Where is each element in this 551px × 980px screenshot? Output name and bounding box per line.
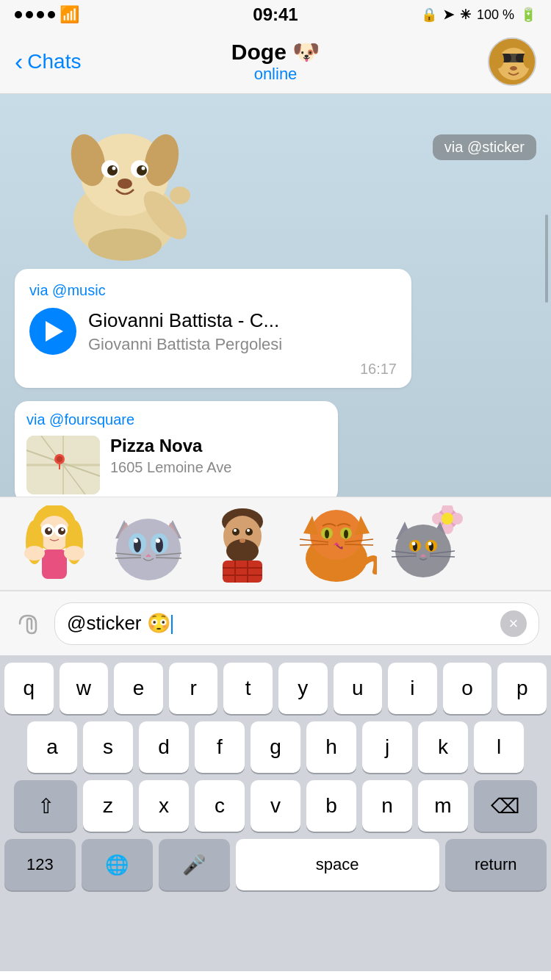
location-icon: ➤ — [443, 7, 454, 23]
svg-point-65 — [247, 529, 250, 532]
keyboard-row-1: q w e r t y u i o p — [4, 663, 547, 714]
numbers-key[interactable]: 123 — [4, 839, 76, 890]
via-foursquare-label: via @foursquare — [26, 411, 326, 428]
svg-point-93 — [395, 525, 451, 577]
svg-point-14 — [107, 165, 118, 176]
svg-line-104 — [430, 556, 455, 557]
avatar[interactable] — [488, 37, 536, 86]
back-button[interactable]: ‹ Chats — [15, 47, 81, 76]
key-g[interactable]: g — [251, 721, 300, 773]
map-thumbnail — [26, 436, 100, 494]
sticker-orange-cat[interactable] — [292, 503, 381, 584]
battery-icon: 🔋 — [520, 7, 536, 23]
shift-key[interactable]: ⇧ — [14, 780, 77, 832]
bluetooth-icon: ✳ — [460, 7, 471, 23]
svg-point-7 — [510, 66, 517, 71]
svg-point-28 — [57, 456, 62, 462]
svg-point-64 — [234, 529, 237, 532]
text-cursor — [171, 615, 173, 634]
key-x[interactable]: x — [139, 780, 189, 832]
place-info: Pizza Nova 1605 Lemoine Ave — [110, 436, 231, 476]
back-label: Chats — [27, 50, 81, 73]
svg-line-58 — [156, 558, 181, 558]
sticker-girl[interactable] — [10, 503, 98, 584]
svg-point-41 — [24, 546, 45, 561]
key-u[interactable]: u — [334, 663, 383, 714]
key-e[interactable]: e — [114, 663, 163, 714]
svg-line-56 — [115, 558, 141, 558]
key-f[interactable]: f — [195, 721, 245, 773]
keyboard: q w e r t y u i o p a s d f g h j k l ⇧ … — [0, 655, 551, 971]
svg-point-15 — [137, 165, 147, 176]
key-a[interactable]: a — [27, 721, 77, 773]
via-sticker-label: via @sticker — [433, 134, 536, 160]
svg-point-90 — [442, 513, 453, 525]
svg-rect-40 — [42, 550, 67, 579]
wifi-icon: 📶 — [60, 5, 79, 24]
key-o[interactable]: o — [443, 663, 492, 714]
scrollbar — [545, 215, 548, 303]
key-t[interactable]: t — [223, 663, 273, 714]
svg-point-6 — [523, 51, 535, 68]
svg-line-82 — [300, 544, 328, 545]
svg-point-18 — [118, 179, 132, 189]
lock-icon: 🔒 — [421, 7, 437, 23]
sticker-message — [0, 94, 250, 263]
svg-point-39 — [61, 528, 64, 531]
battery-label: 100 % — [477, 7, 514, 23]
keyboard-row-3: ⇧ z x c v b n m ⌫ — [4, 780, 547, 832]
sticker-cat-flower[interactable] — [386, 503, 475, 584]
chat-area: 16:17 via @sticker via @music Giovanni B… — [0, 94, 551, 497]
svg-point-98 — [412, 541, 416, 545]
status-right: 🔒 ➤ ✳ 100 % 🔋 — [421, 7, 536, 23]
input-field[interactable]: @sticker 😳 × — [54, 602, 539, 645]
sticker-man[interactable] — [198, 503, 287, 584]
key-b[interactable]: b — [306, 780, 356, 832]
foursquare-message: via @foursquare Pizza Nova 1605 Lemoine … — [15, 401, 338, 497]
key-l[interactable]: l — [474, 721, 524, 773]
globe-key[interactable]: 🌐 — [82, 839, 153, 890]
music-message: via @music Giovanni Battista - C... Giov… — [15, 269, 411, 388]
key-s[interactable]: s — [83, 721, 133, 773]
key-w[interactable]: w — [60, 663, 109, 714]
key-i[interactable]: i — [388, 663, 437, 714]
attach-button[interactable] — [12, 608, 44, 640]
sticker-gray-cat[interactable] — [104, 503, 192, 584]
key-m[interactable]: m — [418, 780, 468, 832]
key-r[interactable]: r — [169, 663, 218, 714]
key-z[interactable]: z — [83, 780, 133, 832]
music-content: Giovanni Battista - C... Giovanni Battis… — [29, 308, 397, 355]
key-d[interactable]: d — [139, 721, 189, 773]
avatar-image — [489, 37, 535, 86]
svg-point-38 — [48, 528, 51, 531]
space-key[interactable]: space — [236, 839, 439, 890]
key-h[interactable]: h — [306, 721, 356, 773]
return-key[interactable]: return — [445, 839, 547, 890]
svg-point-16 — [112, 167, 116, 170]
play-button[interactable] — [29, 308, 76, 355]
svg-point-47 — [116, 519, 181, 580]
delete-key[interactable]: ⌫ — [474, 780, 537, 832]
key-k[interactable]: k — [418, 721, 468, 773]
key-j[interactable]: j — [362, 721, 412, 773]
key-y[interactable]: y — [278, 663, 328, 714]
key-q[interactable]: q — [4, 663, 54, 714]
key-v[interactable]: v — [251, 780, 300, 832]
svg-point-52 — [134, 538, 138, 543]
status-left: 📶 — [15, 5, 79, 24]
clear-button[interactable]: × — [500, 610, 527, 637]
mic-key[interactable]: 🎤 — [159, 839, 230, 890]
svg-point-66 — [240, 538, 245, 543]
key-p[interactable]: p — [497, 663, 547, 714]
music-timestamp: 16:17 — [29, 361, 397, 378]
svg-point-78 — [325, 530, 329, 538]
music-title: Giovanni Battista - C... — [88, 309, 397, 332]
key-n[interactable]: n — [362, 780, 412, 832]
svg-point-99 — [428, 541, 432, 545]
status-time: 09:41 — [253, 4, 298, 25]
key-c[interactable]: c — [195, 780, 245, 832]
svg-point-53 — [156, 538, 160, 543]
svg-point-21 — [88, 228, 162, 261]
svg-point-17 — [142, 167, 145, 170]
nav-center: Doge 🐶 online — [231, 39, 320, 84]
